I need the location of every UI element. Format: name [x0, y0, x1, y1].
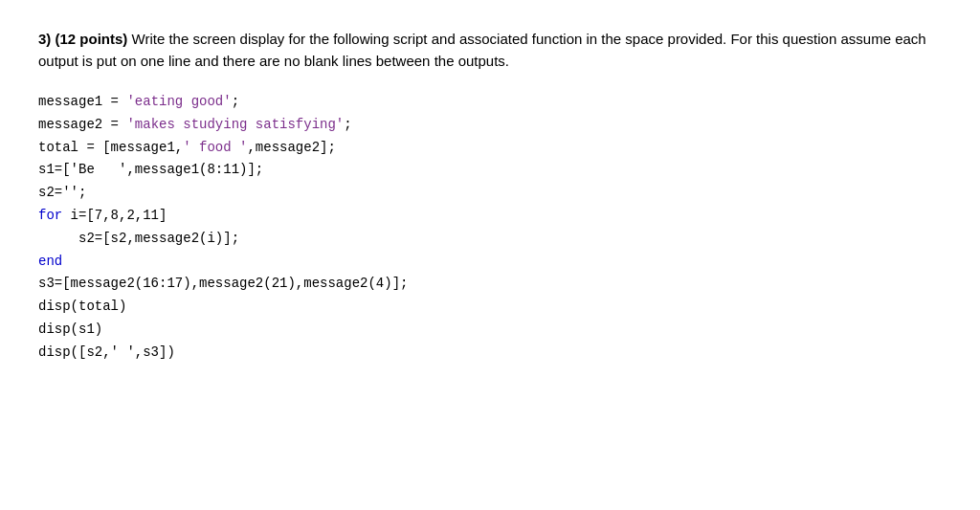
string-value-3: ' food '	[183, 140, 247, 155]
question-description: 3) (12 points) Write the screen display …	[38, 29, 942, 72]
code-line-7: s2=[s2,message2(i)];	[38, 228, 942, 251]
code-line-4: s1=['Be ',message1(8:11)];	[38, 159, 942, 182]
code-block: message1 = 'eating good'; message2 = 'ma…	[38, 91, 942, 365]
code-line-11: disp(s1)	[38, 319, 942, 342]
code-line-6: for i=[7,8,2,11]	[38, 205, 942, 228]
code-line-3: total = [message1,' food ',message2];	[38, 137, 942, 160]
code-line-12: disp([s2,' ',s3])	[38, 342, 942, 365]
code-line-10: disp(total)	[38, 296, 942, 319]
string-value-2: 'makes studying satisfying'	[126, 117, 344, 132]
keyword-for: for	[38, 208, 71, 223]
code-line-1: message1 = 'eating good';	[38, 91, 942, 114]
code-line-9: s3=[message2(16:17),message2(21),message…	[38, 273, 942, 296]
code-line-8: end	[38, 251, 942, 274]
string-value-1: 'eating good'	[126, 94, 231, 109]
code-line-2: message2 = 'makes studying satisfying';	[38, 114, 942, 137]
code-line-5: s2='';	[38, 182, 942, 205]
question-number: 3) (12 points)	[38, 31, 127, 47]
